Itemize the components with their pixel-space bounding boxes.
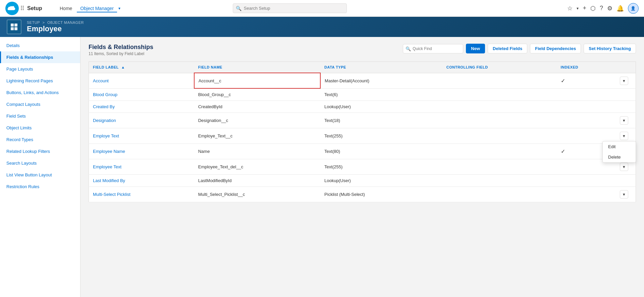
sort-icon: ▲: [121, 65, 125, 69]
section-title-block: Fields & Relationships 11 Items, Sorted …: [89, 44, 153, 56]
breadcrumb-setup[interactable]: SETUP: [27, 20, 40, 25]
col-field-label[interactable]: Field Label ▲: [89, 62, 194, 73]
table-row: Employee TextEmployee_Text_del__cText(25…: [89, 159, 636, 175]
sidebar-item-buttons-links-actions[interactable]: Buttons, Links, and Actions: [0, 87, 80, 98]
add-icon[interactable]: +: [583, 5, 586, 12]
sidebar-item-related-lookup-filters[interactable]: Related Lookup Filters: [0, 145, 80, 157]
col-controlling-field: Controlling Field: [442, 62, 557, 73]
sidebar-item-field-sets[interactable]: Field Sets: [0, 110, 80, 122]
table-header-row: Field Label ▲ Field Name Data Type Contr…: [89, 62, 636, 73]
sidebar-item-page-layouts[interactable]: Page Layouts: [0, 63, 80, 75]
cell-field-name: Name: [194, 144, 320, 159]
sidebar-item-record-types[interactable]: Record Types: [0, 134, 80, 145]
sidebar-item-list-view-button-layout[interactable]: List View Button Layout: [0, 169, 80, 181]
cell-field-label[interactable]: Employee Text: [89, 159, 194, 175]
cell-field-label[interactable]: Employee Name: [89, 144, 194, 159]
cell-action[interactable]: ▾: [616, 187, 636, 202]
search-icon: 🔍: [236, 6, 241, 11]
sidebar-item-lightning-record-pages[interactable]: Lightning Record Pages: [0, 75, 80, 87]
menu-item-delete[interactable]: Delete: [603, 152, 636, 162]
salesforce-logo: [5, 2, 19, 15]
cell-field-label[interactable]: Designation: [89, 113, 194, 128]
cell-data-type: Lookup(User): [320, 101, 442, 113]
main-layout: Details Fields & Relationships Page Layo…: [0, 37, 644, 297]
row-action-button[interactable]: ▾: [620, 132, 628, 140]
cell-action[interactable]: ▾: [616, 113, 636, 128]
cell-field-name: Account__c: [194, 73, 320, 88]
section-subtitle: 11 Items, Sorted by Field Label: [89, 51, 153, 56]
sidebar-item-compact-layouts[interactable]: Compact Layouts: [0, 98, 80, 110]
sidebar-item-object-limits[interactable]: Object Limits: [0, 122, 80, 134]
quick-find-input[interactable]: [403, 44, 463, 53]
sidebar-item-fields-relationships[interactable]: Fields & Relationships: [0, 51, 80, 63]
breadcrumb-object-manager[interactable]: OBJECT MANAGER: [47, 20, 84, 25]
menu-item-edit[interactable]: Edit: [603, 141, 636, 152]
cell-controlling-field: [442, 128, 557, 144]
breadcrumb-separator: >: [43, 20, 45, 25]
row-action-button[interactable]: ▾: [620, 116, 628, 125]
deleted-fields-button[interactable]: Deleted Fields: [488, 44, 527, 53]
row-action-button[interactable]: ▾: [620, 163, 628, 171]
set-history-tracking-button[interactable]: Set History Tracking: [584, 44, 636, 53]
cell-action[interactable]: [616, 101, 636, 113]
sidebar-item-details[interactable]: Details: [0, 40, 80, 51]
cell-data-type: Master-Detail(Account): [320, 73, 442, 88]
cell-data-type: Text(18): [320, 113, 442, 128]
table-row: Blood GroupBlood_Group__cText(6): [89, 88, 636, 101]
cell-data-type: Lookup(User): [320, 175, 442, 187]
app-header: SETUP > OBJECT MANAGER Employee: [0, 17, 644, 37]
grid-icon[interactable]: ⠿: [20, 5, 24, 12]
top-nav-actions: ☆ ▾ + ⬡ ? ⚙ 🔔 👤: [567, 3, 639, 14]
col-indexed: Indexed: [557, 62, 616, 73]
cell-action[interactable]: [616, 175, 636, 187]
cell-data-type: Text(6): [320, 88, 442, 101]
new-button[interactable]: New: [466, 44, 485, 53]
top-nav: ⠿ Setup Home Object Manager ▾ 🔍 ☆ ▾ + ⬡ …: [0, 0, 644, 17]
cell-field-name: Employee_Text_del__c: [194, 159, 320, 175]
cell-field-label[interactable]: Employe Text: [89, 128, 194, 144]
favorites-dropdown-icon[interactable]: ▾: [577, 6, 579, 11]
quick-find-wrap: 🔍: [403, 44, 463, 53]
cell-field-label[interactable]: Account: [89, 73, 194, 88]
help-icon[interactable]: ?: [600, 5, 603, 12]
sidebar-item-search-layouts[interactable]: Search Layouts: [0, 157, 80, 169]
cell-field-name: Designation__c: [194, 113, 320, 128]
cell-field-name: Blood_Group__c: [194, 88, 320, 101]
favorites-icon[interactable]: ☆: [567, 5, 573, 12]
cell-field-name: CreatedById: [194, 101, 320, 113]
cell-field-label[interactable]: Multi-Select Picklist: [89, 187, 194, 202]
breadcrumb: SETUP > OBJECT MANAGER Employee: [27, 20, 84, 33]
chevron-down-icon: ▾: [118, 6, 120, 11]
cell-controlling-field: [442, 73, 557, 88]
feedback-icon[interactable]: ⬡: [590, 5, 596, 12]
row-action-button[interactable]: ▾: [620, 77, 628, 85]
cell-field-label[interactable]: Created By: [89, 101, 194, 113]
toolbar: 🔍 New Deleted Fields Field Dependencies …: [403, 44, 636, 53]
nav-object-manager[interactable]: Object Manager ▾: [77, 4, 120, 12]
table-row: Employee NameNameText(80)✓▾: [89, 144, 636, 159]
col-field-name: Field Name: [194, 62, 320, 73]
cell-action[interactable]: ▾: [616, 73, 636, 88]
app-icon: [7, 19, 21, 34]
search-input[interactable]: [233, 3, 347, 13]
row-action-dropdown: Edit Delete: [602, 141, 636, 163]
quickfind-search-icon: 🔍: [406, 46, 411, 51]
cell-indexed: [557, 101, 616, 113]
cell-field-label[interactable]: Blood Group: [89, 88, 194, 101]
table-row: Created ByCreatedByIdLookup(User): [89, 101, 636, 113]
cell-field-name: Employe_Text__c: [194, 128, 320, 144]
field-dependencies-button[interactable]: Field Dependencies: [530, 44, 581, 53]
notifications-icon[interactable]: 🔔: [616, 5, 624, 12]
cell-field-label[interactable]: Last Modified By: [89, 175, 194, 187]
cell-indexed: [557, 88, 616, 101]
avatar[interactable]: 👤: [628, 3, 639, 14]
table-row: Multi-Select PicklistMulti_Select_Pickli…: [89, 187, 636, 202]
page-title: Employee: [27, 25, 84, 33]
cell-controlling-field: [442, 187, 557, 202]
row-action-button[interactable]: ▾: [620, 190, 628, 199]
cell-action[interactable]: [616, 88, 636, 101]
sidebar-item-restriction-rules[interactable]: Restriction Rules: [0, 181, 80, 193]
nav-home[interactable]: Home: [56, 4, 75, 12]
settings-icon[interactable]: ⚙: [607, 5, 612, 12]
cell-indexed: [557, 113, 616, 128]
